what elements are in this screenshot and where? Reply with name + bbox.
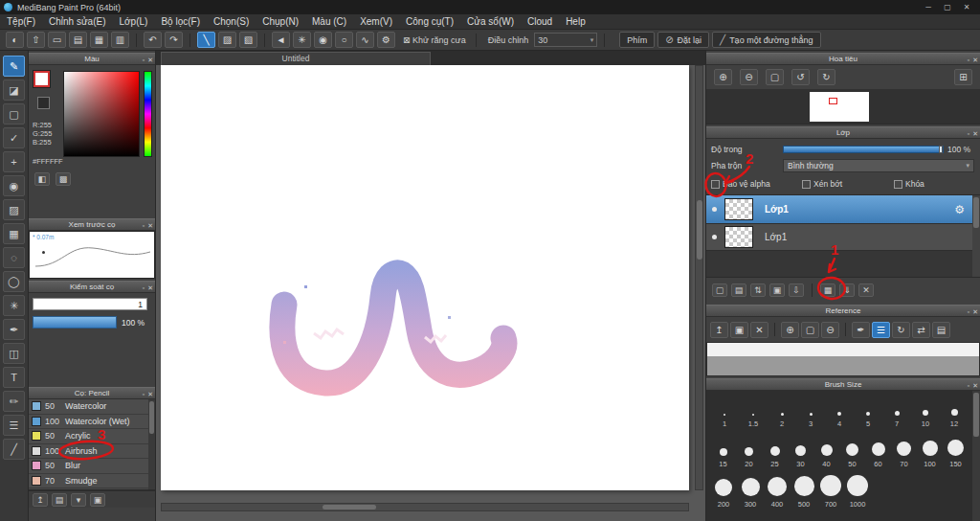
- blend-mode-dropdown[interactable]: Bình thường ▾: [783, 159, 974, 172]
- menu-item-11[interactable]: Help: [559, 14, 592, 30]
- reference-content[interactable]: [706, 342, 980, 376]
- palette-icon[interactable]: ◐: [6, 32, 24, 48]
- brush-up-icon[interactable]: ↥: [33, 493, 48, 507]
- panel-popout-icon[interactable]: ▫: [968, 308, 969, 315]
- ref-clip-icon[interactable]: ▤: [932, 322, 950, 338]
- panel-close-icon[interactable]: ✕: [147, 222, 153, 230]
- ref-import-icon[interactable]: ↥: [710, 322, 728, 338]
- pattern-tool[interactable]: ▦: [3, 223, 25, 244]
- brush-size-70[interactable]: 70: [891, 429, 917, 469]
- drawing-canvas[interactable]: [161, 65, 689, 490]
- ref-fit-icon[interactable]: ▢: [801, 322, 819, 338]
- panel-close-icon[interactable]: ✕: [972, 57, 978, 64]
- brush-size-3[interactable]: 3: [796, 396, 825, 429]
- zoom-in-icon[interactable]: ⊕: [714, 69, 732, 85]
- rotate-left-icon[interactable]: ↺: [791, 69, 810, 85]
- layout-icon[interactable]: ▥: [111, 32, 129, 48]
- brush-size-400[interactable]: 400: [764, 469, 791, 510]
- slice-tool[interactable]: ╱: [3, 439, 25, 460]
- brush-size-1000[interactable]: 1000: [844, 469, 871, 510]
- brush-list-scrollbar[interactable]: [148, 399, 155, 489]
- maximize-button[interactable]: ▢: [938, 3, 957, 11]
- minimize-button[interactable]: ─: [919, 3, 938, 11]
- brush-size-1[interactable]: 1: [710, 396, 739, 429]
- alpha-protect-checkbox[interactable]: Bảo vệ alpha: [711, 179, 770, 189]
- select-add-tool[interactable]: ✓: [3, 127, 25, 148]
- antialias-checkbox[interactable]: ⊠ Khử răng cưa: [403, 35, 466, 45]
- select-pen-tool[interactable]: ✒: [3, 319, 25, 340]
- rotate-right-icon[interactable]: ↻: [817, 69, 835, 85]
- brush-item-smudge[interactable]: 70Smudge: [29, 474, 155, 489]
- eyedropper-tool[interactable]: ✏: [3, 391, 25, 412]
- menu-item-8[interactable]: Công cụ(T): [399, 14, 460, 30]
- menu-item-0[interactable]: Tệp(F): [0, 14, 42, 30]
- gear-icon[interactable]: ⚙: [954, 203, 965, 216]
- visibility-icon[interactable]: [712, 207, 717, 212]
- saturation-value-picker[interactable]: [63, 71, 140, 157]
- move-tool[interactable]: +: [3, 151, 25, 172]
- clipping-checkbox[interactable]: Xén bớt: [802, 179, 842, 189]
- canvas-horizontal-scrollbar[interactable]: [161, 503, 689, 511]
- layer-transfer-button[interactable]: ⇩: [789, 283, 804, 297]
- brush-size-4[interactable]: 4: [825, 396, 854, 429]
- panel-popout-icon[interactable]: ▫: [968, 382, 969, 389]
- magic-wand-tool[interactable]: ✳: [3, 295, 25, 316]
- snap-settings-button[interactable]: ⚙: [377, 32, 395, 48]
- brush-folder-icon[interactable]: ▣: [90, 493, 105, 507]
- duplicate-layer-button[interactable]: ▦: [820, 283, 835, 297]
- delete-layer-button[interactable]: ✕: [858, 283, 874, 297]
- background-swatch[interactable]: [37, 97, 50, 109]
- select-rect-tool[interactable]: ▢: [3, 103, 25, 125]
- export-icon[interactable]: ⇧: [27, 32, 45, 48]
- snap-off-button[interactable]: ◄: [272, 32, 290, 48]
- undo-button[interactable]: ↶: [144, 32, 162, 48]
- zoom-out-icon[interactable]: ⊖: [740, 69, 758, 85]
- ref-rotate-icon[interactable]: ↻: [892, 322, 910, 338]
- layer-row[interactable]: Lớp1: [706, 224, 980, 251]
- canvas-vertical-scrollbar[interactable]: [695, 65, 703, 490]
- panel-popout-icon[interactable]: ▫: [143, 57, 145, 63]
- brush-menu-icon[interactable]: ▾: [71, 493, 86, 507]
- brush-size-2[interactable]: 2: [768, 396, 796, 429]
- scrollbar-thumb[interactable]: [697, 200, 702, 260]
- new-halftone-layer-button[interactable]: ▤: [731, 283, 746, 297]
- brush-size-25[interactable]: 25: [762, 429, 788, 469]
- hue-slider[interactable]: [144, 71, 152, 157]
- brush-size-20[interactable]: 20: [736, 429, 762, 469]
- panel-popout-icon[interactable]: ▫: [143, 284, 145, 291]
- ref-clear-icon[interactable]: ✕: [750, 322, 768, 338]
- panel-popout-icon[interactable]: ▫: [143, 391, 145, 397]
- menu-item-3[interactable]: Bộ lọc(F): [154, 14, 207, 30]
- panel-close-icon[interactable]: ✕: [972, 382, 978, 390]
- ref-eyedropper-icon[interactable]: ✒: [852, 322, 870, 338]
- brush-tool[interactable]: ✎: [3, 56, 25, 77]
- menu-item-6[interactable]: Màu (C): [305, 14, 353, 30]
- brush-stroke-button[interactable]: ╲: [197, 32, 215, 48]
- adjust-dropdown[interactable]: 30 ▾: [534, 33, 597, 47]
- foreground-swatch[interactable]: [33, 71, 50, 87]
- ref-flip-icon[interactable]: ⇄: [912, 322, 930, 338]
- brush-size-200[interactable]: 200: [710, 469, 737, 510]
- close-button[interactable]: ✕: [957, 3, 976, 11]
- brush-size-scrollbar[interactable]: [972, 391, 980, 521]
- panel-popout-icon[interactable]: ▫: [968, 130, 969, 137]
- brush-width-slider[interactable]: 1: [33, 298, 147, 310]
- brush-size-1.5[interactable]: 1.5: [739, 396, 768, 429]
- lasso-tool[interactable]: ◌: [3, 247, 25, 268]
- divide-tool[interactable]: ◫: [3, 343, 25, 364]
- brush-item-airbrush[interactable]: 100Airbrush: [29, 444, 155, 460]
- fill-tool[interactable]: ◉: [3, 175, 25, 196]
- menu-item-7[interactable]: Xem(V): [353, 14, 399, 30]
- nav-settings-icon[interactable]: ⊞: [954, 69, 972, 85]
- brush-item-acrylic[interactable]: 50Acrylic: [29, 429, 155, 444]
- panel-close-icon[interactable]: ✕: [147, 391, 153, 398]
- brush-size-7[interactable]: 7: [882, 396, 911, 429]
- snap-circle-button[interactable]: ◉: [314, 32, 332, 48]
- layer-folder-button[interactable]: ▣: [769, 283, 785, 297]
- snap-vanish-button[interactable]: ○: [335, 32, 353, 48]
- navigator-view[interactable]: [706, 89, 980, 125]
- brush-item-watercolor-wet-[interactable]: 100Watercolor (Wet): [29, 415, 155, 430]
- brush-opacity-slider[interactable]: [33, 316, 117, 328]
- reset-button[interactable]: ⊘ Đặt lại: [657, 32, 709, 48]
- brush-size-300[interactable]: 300: [737, 469, 764, 510]
